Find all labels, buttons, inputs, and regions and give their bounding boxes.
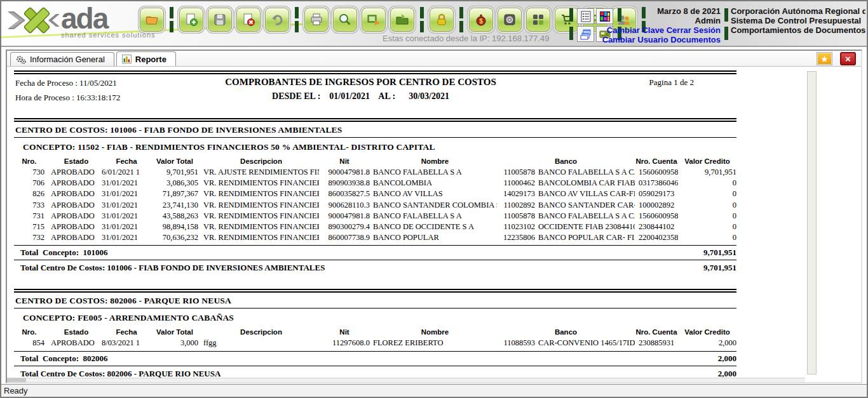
- undo-button[interactable]: [265, 8, 289, 32]
- new-document-icon: [184, 13, 198, 27]
- col-fecha: Fecha: [102, 157, 151, 167]
- col-nit: Nit: [319, 328, 370, 338]
- table-row: 826 APROBADO 31/01/2021 71,897,367 VR. R…: [14, 189, 736, 199]
- session-panel: Marzo 8 de 2021 Admin Cambiar Clave Cerr…: [562, 6, 721, 44]
- app-info-panel: Corporación Autónoma Regional de C Siste…: [731, 6, 865, 35]
- save-button[interactable]: [208, 8, 232, 32]
- total-concepto-label: Total Concepto: 101006: [14, 248, 107, 258]
- col-nro-cuenta: Nro. Cuenta: [635, 157, 678, 167]
- money-bag-icon: $: [474, 13, 488, 27]
- system-name: Sistema De Control Presupuestal: [731, 16, 865, 25]
- column-headers: Nro. Estado Fecha Valor Total Descripcio…: [14, 328, 736, 338]
- lock-button[interactable]: [430, 8, 454, 32]
- toolbar-divider: [420, 7, 424, 32]
- col-descripcion: Descripcion: [203, 157, 319, 167]
- logout-link[interactable]: Cerrar Sesión: [667, 25, 721, 35]
- col-fecha: Fecha: [102, 328, 151, 338]
- total-concepto-value: 9,701,951: [703, 248, 736, 258]
- total-concepto-label: Total Concepto: 802006: [14, 354, 107, 364]
- total-centro-row: Total Centro De Costos: 101006 - FIAB FO…: [14, 260, 736, 275]
- undo-icon: [270, 13, 284, 27]
- concepto-header: CONCEPTO: FE005 - ARRENDAMIENTO CABAÑAS: [14, 308, 736, 326]
- change-user-link[interactable]: Cambiar Usuario Documentos: [602, 35, 721, 44]
- tab-informacion-general[interactable]: Información General: [10, 52, 114, 66]
- safe-button[interactable]: [498, 8, 522, 32]
- centro-costos-header: CENTRO DE COSTOS: 802006 - PARQUE RIO NE…: [14, 293, 736, 308]
- column-headers: Nro. Estado Fecha Valor Total Descripcio…: [14, 157, 736, 167]
- col-valor-credito: Valor Credito: [678, 328, 736, 338]
- col-nombre: Nombre: [373, 157, 497, 167]
- toolbar-divider: [459, 7, 463, 32]
- change-password-link[interactable]: Cambiar Clave: [607, 25, 664, 35]
- col-banco: Banco: [497, 157, 635, 167]
- total-centro-value: 9,701,951: [703, 263, 736, 273]
- col-estado: Estado: [51, 328, 102, 338]
- header-bar: ada shared services solutions: [1, 1, 867, 47]
- safe-icon: [503, 13, 517, 27]
- col-nro: Nro.: [14, 328, 44, 338]
- col-descripcion: Descripcion: [203, 328, 319, 338]
- tab-label: Información General: [30, 55, 105, 64]
- session-user: Admin: [562, 16, 721, 25]
- report-date-range: DESDE EL : 01/01/2021 AL : 30/03/2021: [14, 91, 707, 102]
- report-meta: Fecha de Proceso : 11/05/2021 Hora de Pr…: [14, 74, 736, 115]
- lock-icon: [435, 13, 449, 27]
- rows-section-1: 730 APROBADO 6/01/2021 1 9,701,951 VR. A…: [14, 167, 744, 243]
- col-valor-total: Valor Total: [151, 328, 198, 338]
- col-banco: Banco: [497, 328, 635, 338]
- new-document-button[interactable]: [179, 8, 203, 32]
- col-nro-cuenta: Nro. Cuenta: [635, 328, 678, 338]
- report-page: Fecha de Proceso : 11/05/2021 Hora de Pr…: [7, 67, 744, 381]
- print-preview-button[interactable]: [333, 8, 357, 32]
- concepto-header: CONCEPTO: 11502 - FIAB - RENDIMIENTOS FI…: [14, 138, 736, 156]
- toolbar-divider: [170, 7, 173, 32]
- col-estado: Estado: [51, 157, 102, 167]
- svg-text:$: $: [479, 18, 483, 25]
- vertical-scrollbar[interactable]: [807, 71, 817, 375]
- table-row: 854 APROBADO 8/03/2021 1 3,000 ffgg 1129…: [14, 338, 736, 348]
- page-indicator: Pagina 1 de 2: [649, 77, 694, 88]
- close-button[interactable]: ×: [840, 52, 856, 65]
- col-valor-credito: Valor Credito: [678, 157, 736, 167]
- horizontal-scrollbar[interactable]: [7, 378, 805, 382]
- status-text: Ready: [4, 386, 28, 395]
- table-row: 731 APROBADO 31/01/2021 43,588,263 VR. R…: [14, 211, 736, 222]
- delete-document-button[interactable]: [236, 8, 261, 32]
- centro-costos-header: CENTRO DE COSTOS: 101006 - FIAB FONDO DE…: [14, 122, 736, 137]
- import-folder-button[interactable]: [390, 8, 414, 32]
- favorite-button[interactable]: ★: [817, 52, 832, 65]
- app-window: ada shared services solutions: [0, 0, 868, 398]
- scrollbar-thumb[interactable]: [7, 378, 26, 382]
- star-icon: ★: [820, 54, 829, 64]
- close-icon: ×: [845, 53, 851, 64]
- col-nombre: Nombre: [373, 328, 497, 338]
- open-folder-icon: [145, 13, 159, 27]
- delete-document-icon: [241, 13, 255, 27]
- col-nro: Nro.: [14, 157, 44, 167]
- rows-section-2: 854 APROBADO 8/03/2021 1 3,000 ffgg 1129…: [14, 338, 744, 348]
- tab-label: Reporte: [135, 55, 166, 64]
- open-folder-button[interactable]: [140, 8, 164, 32]
- export-image-icon: [367, 13, 381, 27]
- total-centro-label: Total Centro De Costos: 101006 - FIAB FO…: [14, 263, 325, 273]
- accounts-grid-icon: [531, 13, 545, 27]
- module-name: Comportamientos de Documentos: [731, 25, 865, 35]
- total-concepto-value: 2,000: [718, 354, 736, 364]
- export-image-button[interactable]: [362, 8, 386, 32]
- report-title: COMPROBANTES DE INGRESOS POR CENTRO DE C…: [14, 77, 707, 88]
- print-button[interactable]: [304, 8, 329, 32]
- col-valor-total: Valor Total: [151, 157, 198, 167]
- money-bag-button[interactable]: $: [469, 8, 493, 32]
- accounts-button[interactable]: [526, 8, 550, 32]
- print-preview-icon: [338, 13, 352, 27]
- main-content: Información General Reporte ★ × Fecha de…: [6, 50, 862, 383]
- connection-status: Estas conectado desde la IP: 192.168.177…: [383, 34, 549, 43]
- session-date: Marzo 8 de 2021: [562, 6, 721, 16]
- save-icon: [213, 13, 227, 27]
- table-row: 732 APROBADO 31/01/2021 70,636,232 VR. R…: [14, 232, 736, 243]
- ada-logo-icon: [6, 4, 61, 37]
- toolbar-divider: [295, 7, 299, 32]
- company-name: Corporación Autónoma Regional de C: [731, 6, 865, 16]
- tab-reporte[interactable]: Reporte: [116, 51, 176, 66]
- tab-bar: Información General Reporte ★ ×: [7, 51, 861, 67]
